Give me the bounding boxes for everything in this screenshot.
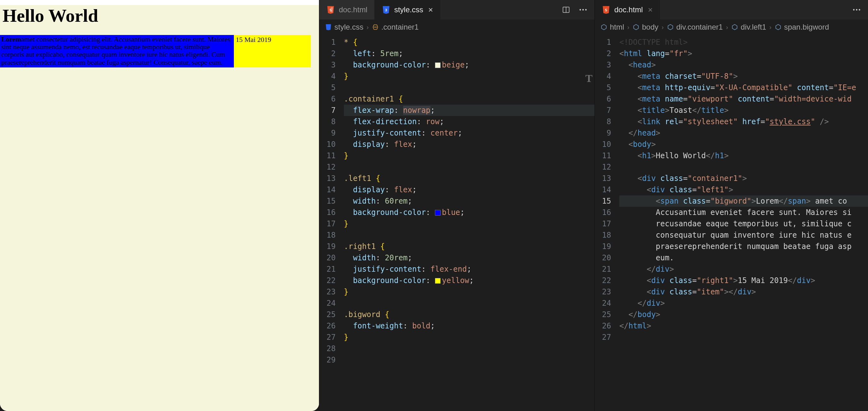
close-icon[interactable]: × (428, 5, 433, 15)
code-area[interactable]: 1234567891011121314151617181920212223242… (595, 35, 868, 411)
svg-text:5: 5 (330, 8, 332, 12)
crumb-label: style.css (334, 23, 363, 32)
tab-label: doc.html (614, 5, 643, 14)
tab-label: doc.html (339, 5, 368, 14)
symbol-box-icon (632, 24, 640, 31)
crumb-label: div.left1 (741, 23, 766, 32)
tab-style-css[interactable]: 3 style.css × (375, 0, 440, 20)
browser-preview-pane: Hello World Loremamet consectetur adipis… (0, 0, 319, 411)
editor-actions (851, 4, 868, 15)
line-gutter: 1234567891011121314151617181920212223242… (595, 35, 616, 411)
container1: Loremamet consectetur adipisicing elit. … (0, 35, 319, 67)
crumb-left1[interactable]: div.left1 (731, 23, 766, 32)
code-area[interactable]: 1234567891011121314151617181920212223242… (319, 35, 594, 411)
crumb-html[interactable]: html (600, 23, 624, 32)
right1-box: 15 Mai 2019 (234, 35, 311, 67)
crumb-symbol[interactable]: .container1 (372, 23, 419, 32)
svg-text:5: 5 (605, 8, 607, 12)
lorem-rest: amet consectetur adipisicing elit. Accus… (1, 35, 230, 66)
symbol-icon (372, 24, 379, 31)
bigword: Lorem (1, 35, 21, 43)
rendered-page: Hello World Loremamet consectetur adipis… (0, 5, 319, 411)
svg-point-9 (856, 9, 858, 11)
editor-actions (560, 4, 594, 15)
breadcrumb[interactable]: html › body › div.container1 › div.left1… (595, 20, 868, 35)
tab-label: style.css (394, 5, 423, 14)
svg-point-10 (859, 9, 861, 11)
symbol-box-icon (731, 24, 738, 31)
tab-bar: 5 doc.html × (595, 0, 868, 20)
symbol-box-icon (775, 24, 782, 31)
line-gutter: 1234567891011121314151617181920212223242… (319, 35, 341, 411)
crumb-label: .container1 (381, 23, 419, 32)
crumb-bigword[interactable]: span.bigword (775, 23, 829, 32)
code-lines[interactable]: * { left: 5rem; background-color: beige;… (341, 35, 594, 411)
crumb-label: body (642, 23, 658, 32)
more-actions-icon[interactable] (851, 4, 862, 15)
more-actions-icon[interactable] (578, 4, 589, 15)
symbol-box-icon (667, 24, 674, 31)
left1-box: Loremamet consectetur adipisicing elit. … (0, 35, 234, 67)
tab-bar: 5 doc.html 3 style.css × (319, 0, 594, 20)
css3-icon (325, 24, 332, 31)
css3-icon: 3 (382, 5, 391, 14)
svg-point-8 (853, 9, 855, 11)
editor-group-css: 5 doc.html 3 style.css × (319, 0, 594, 411)
crumb-label: span.bigword (784, 23, 829, 32)
chevron-right-icon: › (661, 24, 664, 31)
chevron-right-icon: › (367, 24, 369, 31)
editor-group-html: 5 doc.html × html › body › (594, 0, 868, 411)
tab-doc-html[interactable]: 5 doc.html × (595, 0, 660, 20)
crumb-label: html (610, 23, 624, 32)
minimap-icon: T (585, 72, 592, 85)
svg-point-5 (583, 9, 584, 11)
html5-icon: 5 (326, 5, 335, 14)
chevron-right-icon: › (726, 24, 728, 31)
crumb-file[interactable]: style.css (325, 23, 363, 32)
crumb-label: div.container1 (676, 23, 723, 32)
code-lines[interactable]: <!DOCTYPE html><html lang="fr"> <head> <… (616, 35, 868, 411)
breadcrumb[interactable]: style.css › .container1 (319, 20, 594, 35)
split-editor-icon[interactable] (560, 4, 572, 15)
symbol-box-icon (600, 24, 607, 31)
svg-point-6 (585, 9, 587, 11)
chevron-right-icon: › (627, 24, 629, 31)
svg-text:3: 3 (385, 8, 387, 12)
vscode-window: Hello World Loremamet consectetur adipis… (0, 0, 868, 411)
close-icon[interactable]: × (648, 5, 653, 15)
page-heading: Hello World (2, 5, 319, 26)
svg-point-4 (580, 9, 581, 11)
crumb-body[interactable]: body (632, 23, 658, 32)
tab-doc-html[interactable]: 5 doc.html (319, 0, 375, 20)
chevron-right-icon: › (769, 24, 772, 31)
html5-icon: 5 (602, 5, 611, 14)
crumb-container[interactable]: div.container1 (667, 23, 723, 32)
